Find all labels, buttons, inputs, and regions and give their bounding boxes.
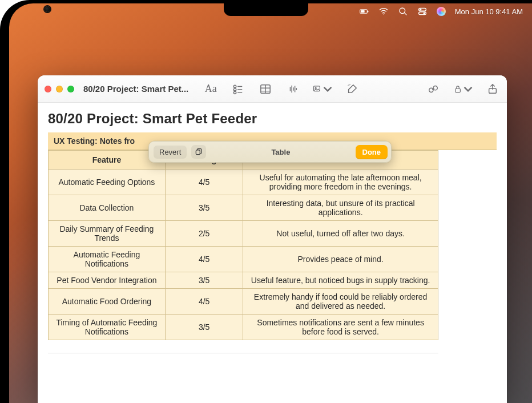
copy-icon[interactable] xyxy=(191,145,206,159)
svg-point-7 xyxy=(420,9,421,10)
cell-feature[interactable]: Automatic Food Ordering xyxy=(49,289,166,315)
table-row[interactable]: Automatic Food Ordering4/5Extremely hand… xyxy=(49,289,438,315)
spotlight-search-icon[interactable] xyxy=(398,6,408,17)
svg-rect-19 xyxy=(196,150,200,155)
cell-comments[interactable]: Useful feature, but noticed bugs in supp… xyxy=(243,272,438,289)
svg-point-4 xyxy=(400,8,405,14)
table-row[interactable]: Data Collection3/5Interesting data, but … xyxy=(49,195,438,221)
close-button[interactable] xyxy=(45,86,51,92)
cell-rating[interactable]: 4/5 xyxy=(165,170,243,195)
menubar-datetime[interactable]: Mon Jun 10 9:41 AM xyxy=(455,7,523,16)
cell-rating[interactable]: 3/5 xyxy=(165,195,243,221)
cell-feature[interactable]: Automatic Feeding Notifications xyxy=(49,247,166,272)
format-text-icon[interactable]: Aa xyxy=(203,82,218,96)
checklist-icon[interactable] xyxy=(231,82,245,96)
cell-comments[interactable]: Useful for automating the late afternoon… xyxy=(243,170,438,195)
svg-point-9 xyxy=(234,85,236,87)
cell-comments[interactable]: Extremely handy if food could be reliabl… xyxy=(243,289,438,315)
done-button[interactable]: Done xyxy=(356,145,388,159)
minimize-button[interactable] xyxy=(56,86,63,92)
display-notch xyxy=(224,0,308,16)
control-center-icon[interactable] xyxy=(417,6,428,17)
col-header-feature[interactable]: Feature xyxy=(49,151,166,170)
cell-rating[interactable]: 2/5 xyxy=(165,221,243,247)
cell-comments[interactable]: Sometimes notifications are sent a few m… xyxy=(243,315,438,340)
svg-point-16 xyxy=(433,86,437,90)
toolbar: Aa xyxy=(203,82,360,96)
camera-dot xyxy=(45,6,50,12)
data-table[interactable]: Feature Rating Comments Automatic Feedin… xyxy=(48,150,438,340)
cell-feature[interactable]: Pet Food Vendor Integration xyxy=(49,272,166,289)
desktop-wallpaper: Mon Jun 10 9:41 AM 80/20 Project: Smart … xyxy=(9,3,532,403)
siri-icon[interactable] xyxy=(437,7,446,16)
window-controls xyxy=(45,86,76,92)
table-popover: Revert Table Done xyxy=(148,141,392,163)
cell-feature[interactable]: Timing of Automatic Feeding Notification… xyxy=(49,315,166,340)
media-insert-icon[interactable] xyxy=(313,82,332,96)
table-row[interactable]: Automatic Feeding Options4/5Useful for a… xyxy=(49,170,438,195)
cell-feature[interactable]: Automatic Feeding Options xyxy=(49,170,166,195)
cell-rating[interactable]: 4/5 xyxy=(165,289,243,315)
data-table-wrap: Feature Rating Comments Automatic Feedin… xyxy=(48,150,497,340)
device-bezel: Mon Jun 10 9:41 AM 80/20 Project: Smart … xyxy=(0,0,532,403)
titlebar: 80/20 Project: Smart Pet... Aa xyxy=(38,75,507,103)
notes-window: 80/20 Project: Smart Pet... Aa xyxy=(38,75,507,403)
table-row[interactable]: Timing of Automatic Feeding Notification… xyxy=(49,315,438,340)
revert-button[interactable]: Revert xyxy=(154,146,187,159)
share-icon[interactable] xyxy=(485,82,500,96)
cell-comments[interactable]: Interesting data, but unsure of its prac… xyxy=(243,195,438,221)
window-title: 80/20 Project: Smart Pet... xyxy=(83,84,188,94)
cell-feature[interactable]: Data Collection xyxy=(49,195,166,221)
svg-point-11 xyxy=(234,91,236,94)
cell-rating[interactable]: 3/5 xyxy=(165,272,243,289)
table-row[interactable]: Daily Summary of Feeding Trends2/5Not us… xyxy=(49,221,438,247)
link-icon[interactable] xyxy=(426,82,441,96)
cell-comments[interactable]: Not useful, turned off after two days. xyxy=(243,221,438,247)
wifi-icon[interactable] xyxy=(378,6,389,17)
page-title: 80/20 Project: Smart Pet Feeder xyxy=(48,111,497,127)
svg-point-15 xyxy=(429,88,433,92)
cell-rating[interactable]: 4/5 xyxy=(165,247,243,272)
cell-comments[interactable]: Provides peace of mind. xyxy=(243,247,438,272)
zoom-button[interactable] xyxy=(67,86,74,92)
audio-waveform-icon[interactable] xyxy=(285,82,300,96)
table-row[interactable]: Pet Food Vendor Integration3/5Useful fea… xyxy=(49,272,438,289)
horizontal-rule xyxy=(48,353,438,353)
cell-rating[interactable]: 3/5 xyxy=(165,315,243,340)
chevron-down-icon xyxy=(464,83,473,95)
svg-rect-2 xyxy=(361,10,365,13)
toolbar-right xyxy=(426,82,500,96)
svg-rect-1 xyxy=(368,11,368,13)
battery-icon[interactable] xyxy=(359,6,369,17)
svg-point-8 xyxy=(423,13,425,14)
chevron-down-icon xyxy=(323,83,332,95)
svg-point-3 xyxy=(383,14,384,15)
table-icon[interactable] xyxy=(258,82,273,96)
lock-icon[interactable] xyxy=(453,82,473,96)
cell-feature[interactable]: Daily Summary of Feeding Trends xyxy=(49,221,166,247)
svg-point-10 xyxy=(234,88,236,90)
svg-rect-17 xyxy=(456,88,461,92)
writing-tools-icon[interactable] xyxy=(345,82,360,96)
table-row[interactable]: Automatic Feeding Notifications4/5Provid… xyxy=(49,247,438,272)
popover-title: Table xyxy=(211,148,350,156)
